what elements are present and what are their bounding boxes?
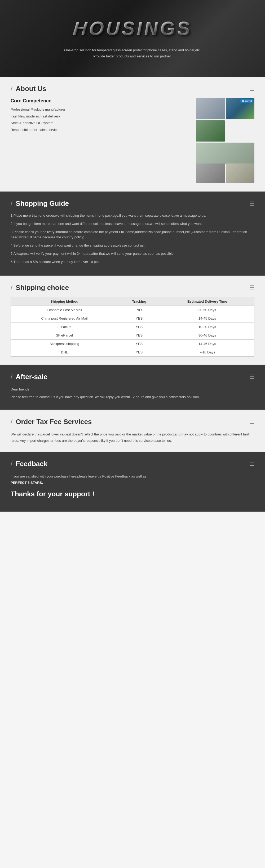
shipping-menu-icon[interactable]: ☰: [249, 284, 255, 291]
feedback-section: / Feedback ☰ If you are satisfied with y…: [0, 452, 265, 512]
feedback-header: / Feedback ☰: [10, 460, 255, 468]
shipping-row-0: Economic Post Air MailNO30-50 Days: [11, 306, 255, 314]
about-header: / About Us ☰: [10, 85, 255, 93]
shopping-title-text: Shopping Guide: [16, 199, 69, 208]
feedback-thanks: Thanks for your support !: [10, 490, 255, 498]
hero-subtitle: One-stop solution for tempered glass scr…: [64, 47, 201, 60]
guide-item-4: 4.Before we send the parcel,if you want …: [10, 243, 255, 248]
shipping-cell-3-0: SF eParcel: [11, 331, 118, 339]
shipping-cell-3-1: YES: [118, 331, 160, 339]
about-text: Core Competence Professional Products ma…: [10, 98, 191, 134]
ordertax-slash: /: [10, 418, 12, 426]
shipping-cell-4-2: 14-46 Days: [160, 339, 255, 348]
hero-section: HOUSINGS One-stop solution for tempered …: [0, 0, 265, 77]
about-list-item-1: Professional Products manufacturer: [10, 107, 191, 112]
shipping-row-4: Aliexpress shippingYES14-46 Days: [11, 339, 255, 348]
shipping-table: Shipping Method Tracking Estimated Deliv…: [10, 297, 255, 356]
shipping-cell-5-0: DHL: [11, 348, 118, 356]
feedback-stars: PERFECT 5 STARS.: [10, 481, 43, 485]
aftersale-greeting: Dear friends: [10, 386, 255, 392]
about-list-item-4: Responsible after-sales service: [10, 127, 191, 132]
col-method: Shipping Method: [11, 297, 118, 306]
feedback-menu-icon[interactable]: ☰: [249, 461, 255, 467]
shipping-cell-5-2: 7-10 Days: [160, 348, 255, 356]
shipping-cell-2-0: E-Packet: [11, 322, 118, 331]
shipping-cell-5-1: YES: [118, 348, 160, 356]
3d-badge: 3D curved: [240, 99, 253, 103]
shipping-cell-3-2: 30-46 Days: [160, 331, 255, 339]
about-list: Professional Products manufacturer Fast …: [10, 107, 191, 132]
shipping-row-2: E-PacketYES10-20 Days: [11, 322, 255, 331]
aftersale-slash: /: [10, 373, 12, 381]
feedback-message: If you are satisfied with your purchase …: [10, 474, 146, 478]
about-menu-icon[interactable]: ☰: [249, 86, 255, 92]
aftersale-title-text: After-sale: [16, 373, 48, 381]
about-photo-grid: 3D curved: [196, 98, 255, 183]
hero-subtitle-line1: One-stop solution for tempered glass scr…: [64, 48, 201, 52]
shopping-guide-title: / Shopping Guide: [10, 199, 69, 208]
shipping-row-3: SF eParcelYES30-46 Days: [11, 331, 255, 339]
shipping-cell-1-1: YES: [118, 314, 160, 322]
ordertax-section: / Order Tax Fee Services ☰ We will decla…: [0, 410, 265, 452]
about-section: / About Us ☰ Core Competence Professiona…: [0, 77, 265, 191]
about-photo-4: [196, 143, 255, 164]
about-photo-2: 3D curved: [226, 98, 255, 119]
shipping-cell-2-1: YES: [118, 322, 160, 331]
guide-item-2: 2.If you bought item more than one and w…: [10, 221, 255, 227]
shopping-guide-list: 1.Place more than one order,we will ship…: [10, 213, 255, 265]
aftersale-menu-icon[interactable]: ☰: [249, 374, 255, 380]
about-title-text: About Us: [16, 85, 46, 93]
about-content: Core Competence Professional Products ma…: [10, 98, 255, 183]
shipping-title-text: Shipping choice: [16, 284, 69, 292]
about-slash: /: [10, 85, 12, 93]
shipping-cell-4-1: YES: [118, 339, 160, 348]
ordertax-header: / Order Tax Fee Services ☰: [10, 418, 255, 426]
guide-item-1: 1.Place more than one order,we will ship…: [10, 213, 255, 219]
shopping-guide-header: / Shopping Guide ☰: [10, 199, 255, 208]
ordertax-title-text: Order Tax Fee Services: [16, 418, 92, 426]
shipping-cell-0-0: Economic Post Air Mail: [11, 306, 118, 314]
shipping-row-1: China post Registered Air MailYES14-45 D…: [11, 314, 255, 322]
shipping-row-5: DHLYES7-10 Days: [11, 348, 255, 356]
shipping-cell-0-2: 30-50 Days: [160, 306, 255, 314]
shipping-section: / Shipping choice ☰ Shipping Method Trac…: [0, 276, 265, 365]
shipping-cell-1-0: China post Registered Air Mail: [11, 314, 118, 322]
aftersale-content: Dear friends Please feel free to contact…: [10, 386, 255, 400]
feedback-title: / Feedback: [10, 460, 48, 468]
ordertax-message: We will declare the parcel lower value,i…: [10, 431, 255, 444]
col-delivery: Estimated Delivery Time: [160, 297, 255, 306]
ordertax-menu-icon[interactable]: ☰: [249, 419, 255, 425]
shipping-cell-2-2: 10-20 Days: [160, 322, 255, 331]
feedback-title-text: Feedback: [16, 460, 48, 468]
shipping-table-header-row: Shipping Method Tracking Estimated Deliv…: [11, 297, 255, 306]
feedback-content: If you are satisfied with your purchase …: [10, 473, 255, 486]
guide-item-6: 6.There has a 5% account when you buy it…: [10, 259, 255, 265]
feedback-slash: /: [10, 460, 12, 468]
shipping-header: / Shipping choice ☰: [10, 284, 255, 292]
aftersale-section: / After-sale ☰ Dear friends Please feel …: [0, 365, 265, 410]
aftersale-message: Please feel free to contact us if you ha…: [10, 394, 255, 400]
shipping-cell-4-0: Aliexpress shipping: [11, 339, 118, 348]
shopping-slash: /: [10, 199, 12, 208]
shopping-menu-icon[interactable]: ☰: [249, 200, 255, 207]
guide-item-5: 5.Aliexpress will verify your payment wi…: [10, 251, 255, 257]
shipping-title: / Shipping choice: [10, 284, 69, 292]
about-photo-3: [196, 120, 225, 142]
about-list-item-2: Fast New models& Fast delivery: [10, 114, 191, 119]
aftersale-title: / After-sale: [10, 373, 48, 381]
shopping-guide-section: / Shopping Guide ☰ 1.Place more than one…: [0, 191, 265, 276]
col-tracking: Tracking: [118, 297, 160, 306]
core-competence-title: Core Competence: [10, 98, 191, 104]
about-title: / About Us: [10, 85, 46, 93]
hero-subtitle-line2: Provide better products and services to …: [93, 54, 172, 58]
guide-item-3: 3.Please check your delivery information…: [10, 229, 255, 241]
shipping-cell-1-2: 14-45 Days: [160, 314, 255, 322]
about-photo-5: [196, 163, 225, 183]
about-list-item-3: Strict & effective QC system: [10, 120, 191, 126]
shipping-cell-0-1: NO: [118, 306, 160, 314]
about-photo-6: [226, 163, 255, 183]
shipping-slash: /: [10, 284, 12, 292]
ordertax-title: / Order Tax Fee Services: [10, 418, 92, 426]
about-photo-1: [196, 98, 225, 119]
ordertax-content: We will declare the parcel lower value,i…: [10, 431, 255, 444]
